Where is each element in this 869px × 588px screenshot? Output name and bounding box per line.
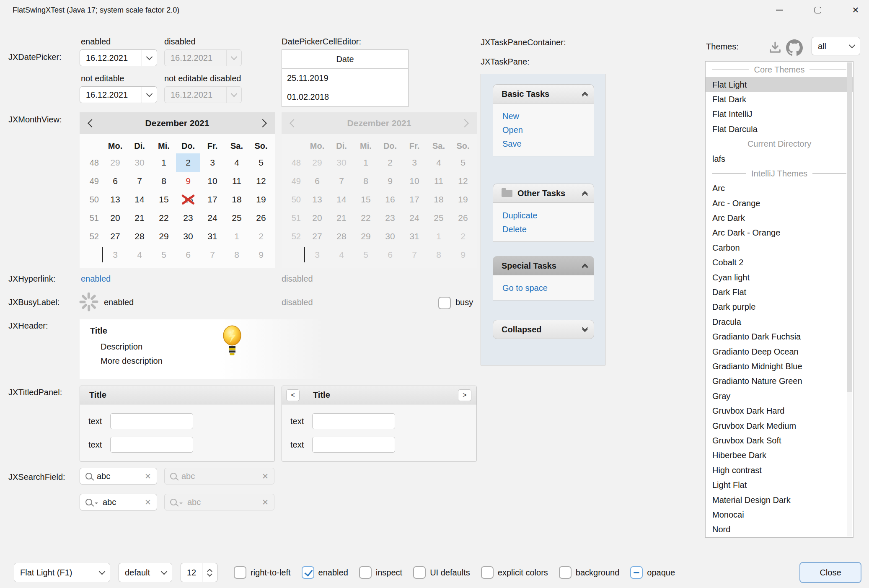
day-cell[interactable]: 6 (176, 246, 200, 264)
day-cell[interactable]: 2 (176, 153, 200, 172)
day-cell[interactable]: 14 (127, 190, 152, 209)
task-link-new[interactable]: New (493, 109, 594, 123)
theme-item-dracula[interactable]: Dracula (706, 315, 853, 329)
spinner-arrows[interactable] (202, 563, 217, 582)
day-cell[interactable]: 17 (200, 190, 225, 209)
day-cell[interactable]: 5 (249, 153, 273, 172)
checkbox-box[interactable] (413, 566, 426, 579)
minimize-button[interactable] (766, 0, 793, 20)
close-button[interactable]: Close (799, 562, 861, 583)
close-window-button[interactable]: ✕ (842, 0, 869, 20)
datepicker-dropdown-button[interactable] (142, 87, 157, 103)
day-cell[interactable]: 18 (225, 190, 249, 209)
table-column-header[interactable]: Date (282, 50, 408, 69)
checkbox-ui-defaults[interactable]: UI defaults (413, 566, 470, 579)
day-cell[interactable]: 25 (225, 209, 249, 227)
day-cell[interactable]: 12 (249, 172, 273, 190)
day-cell[interactable]: 16 (176, 190, 200, 209)
day-cell[interactable]: 24 (200, 209, 225, 227)
theme-item-flat-darcula[interactable]: Flat Darcula (706, 122, 853, 137)
checkbox-box[interactable] (481, 566, 494, 579)
day-cell[interactable]: 13 (103, 190, 127, 209)
day-cell[interactable]: 30 (127, 153, 152, 172)
lookandfeel-combobox[interactable]: Flat Light (F1) (14, 563, 110, 582)
task-link-save[interactable]: Save (493, 137, 594, 151)
checkbox-box[interactable] (559, 566, 572, 579)
checkbox-explicit-colors[interactable]: explicit colors (481, 566, 548, 579)
day-cell[interactable]: 27 (103, 227, 127, 246)
theme-item-cobalt-2[interactable]: Cobalt 2 (706, 255, 853, 270)
checkbox-enabled[interactable]: enabled (302, 566, 348, 579)
theme-item-gradianto-nature-green[interactable]: Gradianto Nature Green (706, 374, 853, 389)
theme-item-material-design-dark[interactable]: Material Design Dark (706, 492, 853, 507)
checkbox-box[interactable] (302, 566, 314, 579)
theme-item-flat-light[interactable]: Flat Light (706, 77, 853, 92)
taskpane-header-collapsed[interactable]: Collapsed (493, 320, 594, 339)
theme-item-flat-intellij[interactable]: Flat IntelliJ (706, 107, 853, 122)
day-cell[interactable]: 30 (176, 227, 200, 246)
checkbox-box[interactable] (359, 566, 372, 579)
titledpanel-text-input[interactable] (110, 437, 193, 453)
datepicker-enabled[interactable]: 16.12.2021 (80, 49, 157, 66)
theme-item-gruvbox-dark-hard[interactable]: Gruvbox Dark Hard (706, 404, 853, 418)
taskpane-header-other-tasks[interactable]: Other Tasks (493, 184, 594, 203)
day-cell[interactable]: 7 (127, 172, 152, 190)
day-cell[interactable]: 8 (225, 246, 249, 264)
clear-search-icon[interactable]: ✕ (145, 471, 151, 481)
next-month-button[interactable] (251, 112, 275, 134)
day-cell[interactable]: 15 (152, 190, 176, 209)
theme-item-flat-dark[interactable]: Flat Dark (706, 92, 853, 107)
github-icon[interactable] (786, 39, 803, 56)
task-link-delete[interactable]: Delete (493, 223, 594, 236)
theme-item-arc[interactable]: Arc (706, 181, 853, 196)
busy-checkbox-label[interactable]: busy (455, 298, 473, 307)
task-link-go-to-space[interactable]: Go to space (493, 281, 594, 295)
day-cell[interactable]: 19 (249, 190, 273, 209)
day-cell[interactable]: 23 (176, 209, 200, 227)
day-cell[interactable]: 28 (127, 227, 152, 246)
font-size-spinner[interactable]: 12 (181, 563, 217, 582)
day-cell[interactable]: 1 (152, 153, 176, 172)
titledpanel-next-button[interactable]: > (458, 389, 471, 401)
day-cell[interactable]: 6 (103, 172, 127, 190)
titledpanel-text-input[interactable] (312, 437, 395, 453)
theme-item-gradianto-deep-ocean[interactable]: Gradianto Deep Ocean (706, 344, 853, 359)
theme-item-arc-dark-orange[interactable]: Arc Dark - Orange (706, 225, 853, 240)
theme-item-high-contrast[interactable]: High contrast (706, 463, 853, 478)
datepicker-noteditable[interactable]: 16.12.2021 (80, 86, 157, 103)
theme-item-light-flat[interactable]: Light Flat (706, 478, 853, 492)
theme-item-gradianto-dark-fuchsia[interactable]: Gradianto Dark Fuchsia (706, 329, 853, 344)
theme-item-gray[interactable]: Gray (706, 389, 853, 404)
checkbox-box[interactable] (234, 566, 246, 579)
day-cell[interactable]: 9 (176, 172, 200, 190)
theme-item-hiberbee-dark[interactable]: Hiberbee Dark (706, 448, 853, 463)
table-row[interactable]: 01.02.2018 (282, 88, 408, 106)
clear-search-icon[interactable]: ✕ (145, 497, 151, 507)
busy-checkbox[interactable] (438, 297, 451, 309)
prev-month-button[interactable] (80, 112, 104, 134)
day-cell[interactable]: 31 (200, 227, 225, 246)
theme-item-nord[interactable]: Nord (706, 522, 853, 537)
day-cell[interactable]: 8 (152, 172, 176, 190)
theme-item-arc-dark[interactable]: Arc Dark (706, 211, 853, 225)
scale-combobox[interactable]: default (119, 563, 172, 582)
day-cell[interactable]: 21 (127, 209, 152, 227)
theme-item-gruvbox-dark-medium[interactable]: Gruvbox Dark Medium (706, 418, 853, 433)
day-cell[interactable]: 4 (225, 153, 249, 172)
datepicker-dropdown-button[interactable] (142, 50, 157, 66)
day-cell[interactable]: 1 (225, 227, 249, 246)
scrollbar-track[interactable] (847, 62, 852, 536)
hyperlink-enabled[interactable]: enabled (81, 274, 111, 284)
day-cell[interactable]: 20 (103, 209, 127, 227)
checkbox-background[interactable]: background (559, 566, 620, 579)
theme-item-cyan-light[interactable]: Cyan light (706, 270, 853, 285)
download-icon[interactable] (768, 40, 783, 55)
scrollbar-thumb[interactable] (847, 62, 852, 392)
theme-item-monocai[interactable]: Monocai (706, 508, 853, 522)
day-cell[interactable]: 4 (127, 246, 152, 264)
theme-item-lafs[interactable]: lafs (706, 151, 853, 166)
table-row[interactable]: 25.11.2019 (282, 69, 408, 88)
titledpanel-text-input[interactable] (110, 413, 193, 429)
day-cell[interactable]: 9 (249, 246, 273, 264)
day-cell[interactable]: 10 (200, 172, 225, 190)
